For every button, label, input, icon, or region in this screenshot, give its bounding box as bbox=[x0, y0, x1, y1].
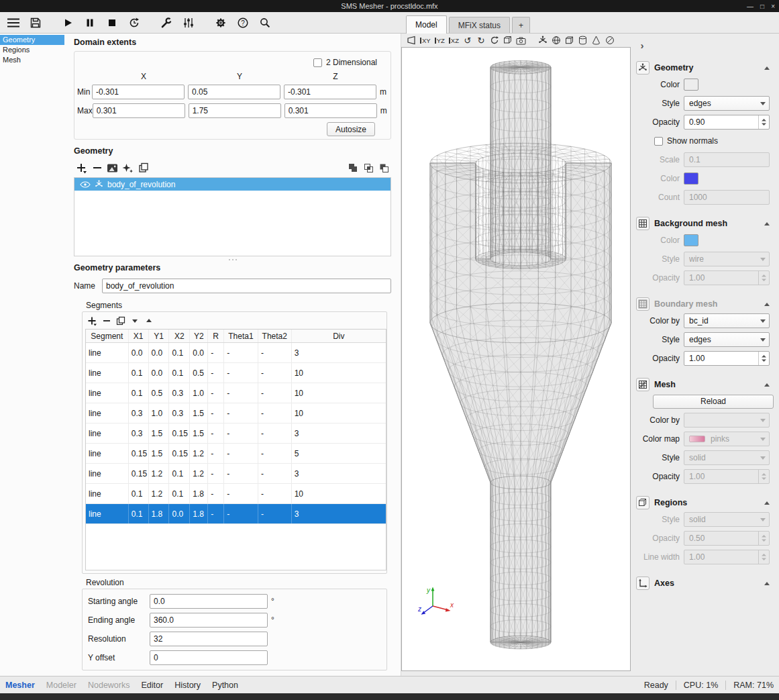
y-min-input[interactable] bbox=[188, 85, 280, 99]
segment-cell[interactable]: 0.15 bbox=[169, 423, 190, 443]
segment-cell[interactable]: - bbox=[208, 343, 224, 362]
segment-cell[interactable]: line bbox=[86, 343, 129, 362]
difference-icon[interactable] bbox=[376, 161, 391, 174]
reset-button[interactable] bbox=[123, 13, 145, 33]
color-swatch[interactable] bbox=[684, 234, 698, 246]
segment-cell[interactable]: 1.8 bbox=[190, 504, 208, 523]
section-header-background-mesh[interactable]: Background mesh bbox=[631, 216, 774, 231]
style-dropdown[interactable]: edges bbox=[684, 332, 770, 347]
opacity-spinbox[interactable]: 0.90 bbox=[684, 115, 770, 130]
section-header-geometry[interactable]: Geometry bbox=[631, 60, 774, 75]
cylinder-icon[interactable] bbox=[577, 35, 589, 46]
segment-cell[interactable]: - bbox=[258, 423, 292, 443]
segment-cell[interactable]: - bbox=[208, 383, 224, 403]
color-by-dropdown[interactable]: bc_id bbox=[684, 313, 770, 328]
segment-cell[interactable]: 10 bbox=[292, 383, 386, 403]
style-dropdown[interactable]: edges bbox=[684, 96, 770, 111]
starting-angle-input[interactable] bbox=[150, 594, 268, 609]
segment-cell[interactable]: 3 bbox=[292, 423, 386, 443]
segment-cell[interactable]: 0.3 bbox=[129, 423, 149, 443]
segment-cell[interactable]: 1.2 bbox=[190, 444, 208, 463]
segment-cell[interactable]: 3 bbox=[292, 464, 386, 483]
segment-cell[interactable]: 0.0 bbox=[149, 343, 170, 362]
segment-row[interactable]: line0.10.50.31.0---10 bbox=[86, 383, 386, 403]
segment-cell[interactable]: 0.3 bbox=[169, 383, 190, 403]
help-button[interactable]: ? bbox=[231, 13, 254, 33]
segment-cell[interactable]: - bbox=[224, 464, 258, 483]
nav-item-regions[interactable]: Regions bbox=[0, 45, 64, 55]
segment-cell[interactable]: 3 bbox=[292, 343, 386, 362]
x-min-input[interactable] bbox=[92, 85, 185, 99]
build-button[interactable] bbox=[155, 13, 177, 33]
segment-cell[interactable]: 1.5 bbox=[149, 423, 170, 443]
segment-cell[interactable]: 10 bbox=[292, 363, 386, 383]
segment-cell[interactable]: - bbox=[258, 444, 292, 463]
minimize-button[interactable]: — bbox=[747, 3, 754, 10]
segment-cell[interactable]: line bbox=[86, 363, 129, 383]
segment-cell[interactable]: 1.5 bbox=[190, 403, 208, 423]
segment-cell[interactable]: 0.0 bbox=[190, 343, 208, 362]
segment-cell[interactable]: - bbox=[208, 403, 224, 423]
parameters-button[interactable] bbox=[177, 13, 199, 33]
segment-cell[interactable]: 0.1 bbox=[169, 464, 190, 483]
view-yz-button[interactable]: YZ bbox=[433, 35, 446, 46]
segment-cell[interactable]: - bbox=[224, 423, 258, 443]
y-offset-input[interactable] bbox=[150, 650, 268, 665]
nav-item-mesh[interactable]: Mesh bbox=[0, 55, 64, 65]
segment-cell[interactable]: - bbox=[258, 343, 292, 362]
menu-button[interactable] bbox=[2, 13, 24, 33]
segment-cell[interactable]: 1.5 bbox=[190, 423, 208, 443]
segment-cell[interactable]: - bbox=[258, 504, 292, 523]
segment-cell[interactable]: - bbox=[224, 484, 258, 503]
add-segment-button[interactable] bbox=[85, 315, 99, 327]
segment-cell[interactable]: 1.0 bbox=[190, 383, 208, 403]
segment-row[interactable]: line0.31.00.31.5---10 bbox=[86, 403, 386, 423]
move-down-button[interactable] bbox=[127, 315, 142, 327]
column-header[interactable]: R bbox=[208, 330, 224, 342]
segment-cell[interactable]: line bbox=[86, 484, 129, 503]
segment-cell[interactable]: - bbox=[208, 484, 224, 503]
column-header[interactable]: Y2 bbox=[190, 330, 208, 342]
segment-row[interactable]: line0.11.80.01.8---3 bbox=[86, 504, 386, 524]
perspective-cube-icon[interactable] bbox=[502, 35, 514, 46]
geometry-list-item[interactable]: body_of_revolution bbox=[74, 178, 391, 191]
segment-cell[interactable]: 0.1 bbox=[129, 383, 149, 403]
rotate-right-icon[interactable]: ↻ bbox=[475, 35, 487, 46]
geometry-name-input[interactable] bbox=[102, 279, 391, 293]
remove-segment-button[interactable] bbox=[99, 315, 113, 327]
column-header[interactable]: X1 bbox=[129, 330, 149, 342]
segment-cell[interactable]: 0.1 bbox=[169, 363, 190, 383]
box-icon[interactable] bbox=[564, 35, 576, 46]
segment-cell[interactable]: line bbox=[86, 444, 129, 463]
resolution-input[interactable] bbox=[150, 632, 268, 646]
segment-cell[interactable]: - bbox=[208, 464, 224, 483]
copy-geometry-button[interactable] bbox=[136, 161, 151, 174]
union-icon[interactable] bbox=[345, 161, 360, 174]
segment-cell[interactable]: - bbox=[258, 464, 292, 483]
add-geometry-button[interactable] bbox=[74, 161, 89, 174]
visibility-eye-icon[interactable] bbox=[80, 181, 91, 189]
perspective-view-icon[interactable] bbox=[405, 35, 417, 46]
texture-icon[interactable] bbox=[105, 161, 120, 174]
view-xz-button[interactable]: XZ bbox=[448, 35, 460, 46]
segment-cell[interactable]: 1.2 bbox=[190, 464, 208, 483]
nav-item-geometry[interactable]: Geometry bbox=[0, 35, 64, 45]
segment-cell[interactable]: 0.0 bbox=[169, 504, 190, 523]
autosize-button[interactable]: Autosize bbox=[327, 122, 375, 136]
section-header-mesh[interactable]: Mesh bbox=[631, 377, 774, 392]
segment-row[interactable]: line0.11.20.11.8---10 bbox=[86, 484, 386, 504]
ending-angle-input[interactable] bbox=[150, 613, 268, 628]
mode-mesher[interactable]: Mesher bbox=[5, 681, 35, 690]
segment-cell[interactable]: - bbox=[224, 343, 258, 362]
segment-cell[interactable]: - bbox=[224, 383, 258, 403]
segment-cell[interactable]: 0.1 bbox=[169, 484, 190, 503]
segment-cell[interactable]: 0.5 bbox=[149, 383, 170, 403]
segment-cell[interactable]: - bbox=[258, 403, 292, 423]
settings-button[interactable] bbox=[209, 13, 231, 33]
section-header-regions[interactable]: Regions bbox=[631, 495, 774, 510]
segment-cell[interactable]: 0.1 bbox=[129, 363, 149, 383]
segment-cell[interactable]: 0.15 bbox=[169, 444, 190, 463]
segment-cell[interactable]: 10 bbox=[292, 484, 386, 503]
remove-geometry-button[interactable] bbox=[89, 161, 105, 174]
column-header[interactable]: Theta2 bbox=[258, 330, 292, 342]
